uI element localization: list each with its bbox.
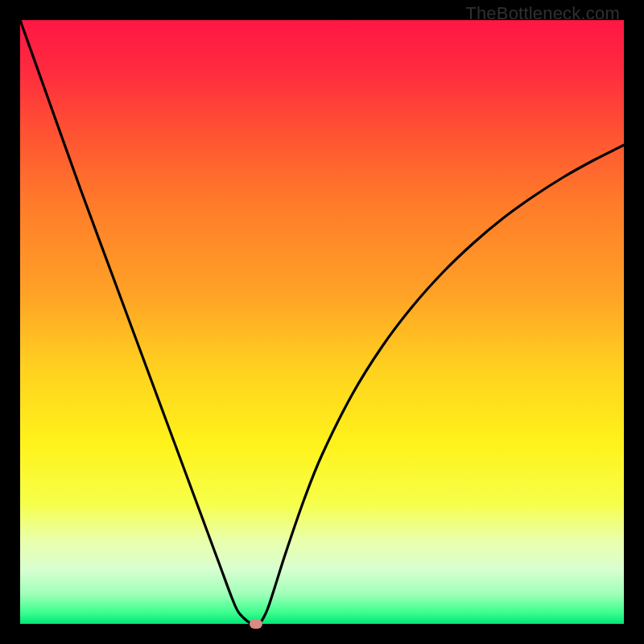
watermark-text: TheBottleneck.com: [465, 3, 620, 24]
chart-frame: [20, 20, 624, 624]
chart-background: [20, 20, 624, 624]
optimal-point-marker: [250, 619, 262, 629]
svg-rect-0: [20, 20, 624, 624]
